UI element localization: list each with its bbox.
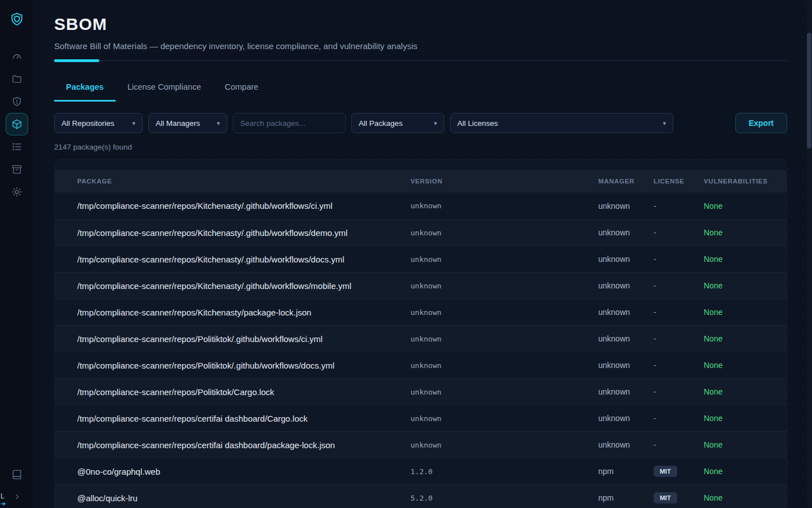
table-row[interactable]: /tmp/compliance-scanner/repos/Politiktok… <box>55 378 787 405</box>
tab-compare[interactable]: Compare <box>213 78 271 102</box>
table-row[interactable]: /tmp/compliance-scanner/repos/Politiktok… <box>55 352 787 378</box>
packages-filter-select[interactable]: All Packages ▾ <box>351 113 444 133</box>
sidebar-item-policies[interactable] <box>6 135 28 158</box>
cell-manager: unknown <box>598 361 654 370</box>
cell-vulnerabilities: None <box>704 414 773 423</box>
results-count: 2147 package(s) found <box>54 143 787 151</box>
table-row[interactable]: /tmp/compliance-scanner/repos/Kitchenast… <box>55 246 787 272</box>
table-row[interactable]: /tmp/compliance-scanner/repos/Kitchenast… <box>55 299 787 325</box>
sidebar-item-docs[interactable] <box>6 463 28 485</box>
header-accent-bar <box>54 59 99 62</box>
column-header-vulnerabilities: VULNERABILITIES <box>704 178 773 185</box>
table-row[interactable]: /tmp/compliance-scanner/repos/Kitchenast… <box>55 219 787 246</box>
licenses-filter-select[interactable]: All Licenses ▾ <box>450 113 673 133</box>
package-search-input[interactable] <box>233 113 346 133</box>
table-row[interactable]: @alloc/quick-lru 5.2.0 npm MIT None <box>55 484 787 508</box>
cell-manager: unknown <box>598 202 654 211</box>
license-badge: - <box>654 334 656 343</box>
chevron-down-icon: ▾ <box>434 120 437 127</box>
tab-packages[interactable]: Packages <box>54 78 116 102</box>
table-row[interactable]: /tmp/compliance-scanner/repos/certifai d… <box>55 431 787 458</box>
managers-filter-select[interactable]: All Managers ▾ <box>148 113 227 133</box>
license-badge: - <box>654 414 656 423</box>
header-divider <box>54 60 787 61</box>
cell-version: unknown <box>411 202 598 210</box>
cell-vulnerabilities: None <box>704 334 773 343</box>
table-row[interactable]: /tmp/compliance-scanner/repos/Kitchenast… <box>55 272 787 299</box>
cell-package: /tmp/compliance-scanner/repos/certifai d… <box>77 440 411 450</box>
cell-vulnerabilities: None <box>704 387 773 396</box>
cell-version: unknown <box>411 441 598 449</box>
cell-vulnerabilities: None <box>704 440 773 449</box>
cell-version: unknown <box>411 361 598 370</box>
managers-filter-value: All Managers <box>156 119 200 128</box>
sidebar-item-sbom[interactable] <box>6 113 28 135</box>
shield-logo-icon <box>10 12 24 27</box>
cell-package: /tmp/compliance-scanner/repos/certifai d… <box>77 414 411 423</box>
license-badge: - <box>654 387 656 396</box>
tab-license-compliance[interactable]: License Compliance <box>116 78 213 102</box>
sidebar: L ➔ <box>0 0 34 508</box>
sidebar-item-dependencies[interactable] <box>6 158 28 181</box>
export-button[interactable]: Export <box>735 113 787 133</box>
column-header-package: PACKAGE <box>77 178 411 185</box>
app-logo[interactable] <box>7 9 27 29</box>
gear-icon <box>11 186 23 198</box>
scrollbar-thumb[interactable] <box>807 33 811 148</box>
shield-alert-icon <box>11 96 23 107</box>
cell-package: /tmp/compliance-scanner/repos/Kitchenast… <box>77 228 411 238</box>
sidebar-nav <box>6 45 28 203</box>
sidebar-item-settings[interactable] <box>6 181 28 203</box>
cell-version: 5.2.0 <box>411 494 598 502</box>
license-badge: MIT <box>654 466 677 477</box>
cell-version: unknown <box>411 388 598 396</box>
cell-vulnerabilities: None <box>704 228 773 237</box>
license-badge: - <box>654 440 656 449</box>
package-table-body: /tmp/compliance-scanner/repos/Kitchenast… <box>55 192 787 508</box>
cell-package: /tmp/compliance-scanner/repos/Politiktok… <box>77 361 411 370</box>
cell-package: @alloc/quick-lru <box>77 493 411 503</box>
cell-version: 1.2.0 <box>411 467 598 476</box>
license-badge: - <box>654 202 656 211</box>
list-icon <box>11 141 23 152</box>
cell-version: unknown <box>411 414 598 423</box>
cell-vulnerabilities: None <box>704 308 773 317</box>
cell-manager: unknown <box>598 281 654 290</box>
chevron-down-icon: ▾ <box>132 120 135 127</box>
gauge-icon <box>11 51 23 62</box>
sidebar-item-dashboard[interactable] <box>6 45 28 68</box>
column-header-version: VERSION <box>411 178 598 185</box>
cell-package: /tmp/compliance-scanner/repos/Kitchenast… <box>77 255 411 264</box>
license-badge: - <box>654 308 656 317</box>
licenses-filter-value: All Licenses <box>457 119 498 128</box>
cell-package: /tmp/compliance-scanner/repos/Politiktok… <box>77 334 411 344</box>
license-badge: - <box>654 228 656 237</box>
chevron-down-icon: ▾ <box>217 120 220 127</box>
table-row[interactable]: /tmp/compliance-scanner/repos/Kitchenast… <box>55 192 787 219</box>
vertical-scrollbar[interactable] <box>807 0 811 508</box>
column-header-license: LICENSE <box>654 178 704 185</box>
table-row[interactable]: /tmp/compliance-scanner/repos/Politiktok… <box>55 325 787 352</box>
sidebar-bottom: L ➔ <box>6 463 28 508</box>
cube-icon <box>11 119 23 130</box>
chevron-down-icon: ▾ <box>663 120 666 127</box>
sidebar-collapse-toggle[interactable] <box>6 485 28 508</box>
cell-manager: npm <box>598 493 654 502</box>
cell-manager: unknown <box>598 228 654 237</box>
sidebar-item-vulnerabilities[interactable] <box>6 90 28 113</box>
repositories-filter-select[interactable]: All Repositories ▾ <box>54 113 143 133</box>
cell-manager: npm <box>598 467 654 476</box>
column-header-manager: MANAGER <box>598 178 654 185</box>
filter-bar: All Repositories ▾ All Managers ▾ All Pa… <box>54 113 787 133</box>
table-header-row: PACKAGE VERSION MANAGER LICENSE VULNERAB… <box>55 170 787 192</box>
license-badge: - <box>654 255 656 264</box>
table-row[interactable]: @0no-co/graphql.web 1.2.0 npm MIT None <box>55 458 787 484</box>
cell-vulnerabilities: None <box>704 493 773 502</box>
cell-version: unknown <box>411 255 598 264</box>
cell-vulnerabilities: None <box>704 361 773 370</box>
book-icon <box>11 468 23 480</box>
cell-vulnerabilities: None <box>704 202 773 211</box>
sidebar-item-repositories[interactable] <box>6 68 28 90</box>
tab-bar: Packages License Compliance Compare <box>54 78 787 102</box>
table-row[interactable]: /tmp/compliance-scanner/repos/certifai d… <box>55 405 787 431</box>
